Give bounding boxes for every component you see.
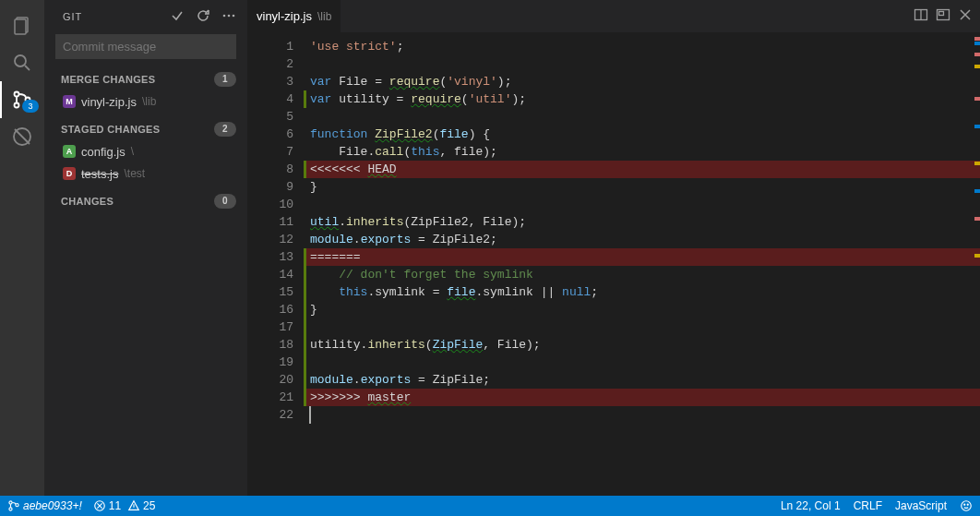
svg-point-8 xyxy=(228,14,231,17)
svg-point-17 xyxy=(962,501,972,511)
file-path: \ xyxy=(131,145,134,158)
file-item[interactable]: Mvinyl-zip.js\lib xyxy=(44,90,247,113)
status-branch[interactable]: aebe0933+! xyxy=(7,499,82,512)
explorer-tab[interactable] xyxy=(0,7,44,44)
svg-point-7 xyxy=(223,14,226,17)
svg-point-3 xyxy=(15,92,19,97)
svg-rect-12 xyxy=(939,12,944,16)
status-badge: D xyxy=(63,167,76,180)
scm-tab[interactable]: 3 xyxy=(0,81,44,118)
svg-point-19 xyxy=(967,504,968,505)
split-editor-icon[interactable] xyxy=(914,7,928,25)
status-badge: M xyxy=(63,95,76,108)
file-item[interactable]: Aconfig.js\ xyxy=(44,140,247,162)
status-problems[interactable]: 11 25 xyxy=(93,499,156,512)
status-lang[interactable]: JavaScript xyxy=(895,499,947,512)
commit-icon[interactable] xyxy=(170,8,185,25)
tab-path: \lib xyxy=(317,10,331,23)
editor-tab[interactable]: vinyl-zip.js \lib xyxy=(247,0,341,32)
file-path: \test xyxy=(124,167,145,180)
file-item[interactable]: Dtests.js\test xyxy=(44,162,247,185)
svg-point-2 xyxy=(15,55,26,66)
refresh-icon[interactable] xyxy=(196,8,210,25)
file-name: config.js xyxy=(81,145,125,159)
status-bar: aebe0933+! 11 25 Ln 22, Col 1 CRLF JavaS… xyxy=(0,496,980,516)
tab-title: vinyl-zip.js xyxy=(257,9,312,23)
code-content[interactable]: 'use strict';var File = require('vinyl')… xyxy=(306,32,980,496)
section-merge-header[interactable]: MERGE CHANGES 1 xyxy=(44,68,247,90)
search-tab[interactable] xyxy=(0,44,44,81)
section-staged-header[interactable]: STAGED CHANGES 2 xyxy=(44,118,247,140)
activity-bar: 3 xyxy=(0,0,44,496)
svg-point-18 xyxy=(964,504,965,505)
changes-count: 0 xyxy=(214,194,236,209)
file-path: \lib xyxy=(142,95,156,108)
scm-sidebar: GIT MERGE CHANGES 1 Mvinyl-zip.js\lib ST… xyxy=(44,0,247,496)
svg-point-14 xyxy=(9,508,12,510)
status-badge: A xyxy=(63,145,76,158)
status-cursor[interactable]: Ln 22, Col 1 xyxy=(781,499,841,512)
svg-point-9 xyxy=(233,14,235,17)
svg-point-4 xyxy=(15,103,19,108)
sidebar-title: GIT xyxy=(63,11,82,22)
file-name: tests.js xyxy=(81,167,118,181)
svg-point-13 xyxy=(9,501,12,504)
close-editor-icon[interactable] xyxy=(958,7,973,25)
svg-rect-1 xyxy=(15,19,26,34)
file-name: vinyl-zip.js xyxy=(81,95,137,109)
commit-message-input[interactable] xyxy=(55,34,236,59)
section-changes-header[interactable]: CHANGES 0 xyxy=(44,190,247,212)
more-icon[interactable] xyxy=(221,8,236,25)
line-number-gutter: 12345678910111213141516171819202122 xyxy=(247,32,306,496)
status-feedback-icon[interactable] xyxy=(960,499,973,512)
scm-badge: 3 xyxy=(22,100,39,113)
merge-count: 1 xyxy=(214,72,236,87)
staged-count: 2 xyxy=(214,122,236,137)
status-eol[interactable]: CRLF xyxy=(854,499,882,512)
svg-point-15 xyxy=(16,504,18,507)
debug-tab[interactable] xyxy=(0,118,44,155)
editor-more-icon[interactable] xyxy=(936,7,950,25)
